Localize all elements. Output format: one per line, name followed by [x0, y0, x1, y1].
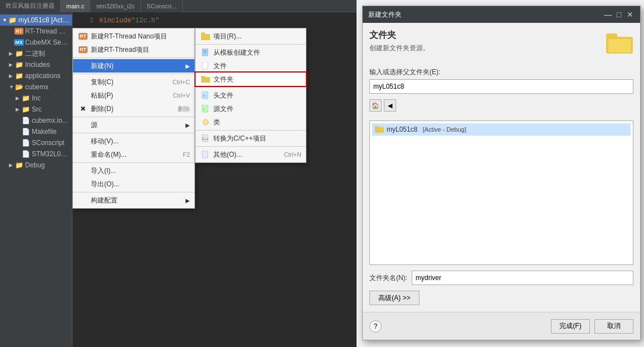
sidebar-item-rtthread-se[interactable]: RT RT-Thread Se...	[0, 26, 72, 37]
sidebar-item-debug[interactable]: ▶ 📁 Debug	[0, 160, 72, 171]
submenu-item-source[interactable]: c 源文件	[196, 102, 306, 115]
file-icon: 📄	[21, 117, 30, 124]
folder-icon: 📁	[14, 161, 23, 169]
cancel-button[interactable]: 取消	[594, 319, 633, 334]
sidebar-item-label: Src	[32, 105, 70, 113]
minimize-button[interactable]: —	[603, 10, 612, 19]
submenu-item-convert[interactable]: C++ 转换为C/C++项目	[196, 132, 306, 145]
tab-file-manager[interactable]: 炸豆风板目注册器	[0, 0, 61, 12]
ide-sidebar: ▼ 📁 myL051c8 [Active - Debug] RT RT-Thre…	[0, 12, 72, 347]
sidebar-item-makefile[interactable]: 📄 Makefile	[0, 126, 72, 137]
filename-input[interactable]	[412, 271, 633, 285]
menu-item-source[interactable]: 源 ▶	[73, 118, 194, 132]
import-icon	[77, 165, 89, 176]
submenu-item-file[interactable]: 文件	[196, 59, 306, 73]
sidebar-item-inc[interactable]: ▶ 📁 Inc	[0, 93, 72, 104]
expand-arrow: ▼	[2, 17, 8, 23]
sidebar-item-sconstruct[interactable]: 📄 SConscript	[0, 137, 72, 148]
menu-divider-3	[73, 117, 194, 117]
svg-rect-5	[202, 62, 208, 69]
sidebar-item-applications[interactable]: ▶ 📁 applications	[0, 70, 72, 81]
folder-icon: 📁	[14, 50, 23, 57]
tab-main-c[interactable]: main.c	[61, 0, 90, 12]
advanced-button[interactable]: 高级(A) >>	[369, 291, 419, 305]
project-icon	[200, 31, 211, 42]
expand-arrow: ▶	[9, 73, 14, 79]
parent-folder-label: 输入或选择父文件夹(E):	[369, 68, 633, 77]
sidebar-item-label: Makefile	[32, 128, 70, 136]
sidebar-item-label: myL051c8 [Active - Debug]	[18, 16, 70, 24]
menu-item-paste[interactable]: 粘贴(P) Ctrl+V	[73, 89, 194, 102]
submenu-divider-4	[196, 146, 306, 147]
menu-divider-5	[73, 162, 194, 163]
dialog-header-subtitle: 创建新文件夹资源。	[369, 44, 600, 53]
folder-open-icon: 📂	[14, 83, 23, 91]
finish-button[interactable]: 完成(F)	[551, 319, 590, 334]
help-button[interactable]: ?	[369, 320, 382, 332]
new-submenu: 项目(R)... 从模板创建文件 文件 文件夹 h 头文件 c 源文件	[195, 28, 306, 163]
menu-item-new[interactable]: 新建(N) ▶	[73, 59, 194, 73]
parent-folder-tree[interactable]: myL051c8 [Active - Debug]	[369, 121, 633, 265]
parent-folder-input[interactable]	[369, 79, 633, 94]
svg-rect-20	[375, 126, 379, 128]
delete-icon: ✖	[77, 103, 89, 114]
tab-sconstruct[interactable]: SConscri...	[141, 0, 183, 12]
sidebar-item-label: 二进制	[25, 49, 70, 59]
nav-back-button[interactable]: ◀	[384, 99, 396, 112]
sidebar-item-label: cubemx	[25, 83, 70, 91]
rt-icon: RT	[77, 44, 89, 55]
menu-item-build-config[interactable]: 构建配置 ▶	[73, 194, 194, 207]
menu-item-new-rt[interactable]: RT 新建RT-Thread项目	[73, 43, 194, 56]
menu-item-copy[interactable]: 复制(C) Ctrl+C	[73, 75, 194, 89]
svg-rect-1	[201, 32, 205, 35]
rt-nano-icon: RT	[77, 31, 89, 42]
expand-arrow: ▶	[9, 162, 14, 168]
sidebar-item-cubemx-folder[interactable]: ▼ 📂 cubemx	[0, 81, 72, 93]
filename-row: 文件夹名(N):	[369, 271, 633, 285]
submenu-item-other[interactable]: 其他(O)... Ctrl+N	[196, 148, 306, 161]
dialog-body: 文件夹 创建新文件夹资源。 输入或选择父文件夹(E): 🏠 ◀	[363, 23, 640, 312]
nav-home-button[interactable]: 🏠	[369, 99, 382, 112]
menu-divider-1	[73, 57, 194, 58]
dialog-footer: ? 完成(F) 取消	[363, 312, 640, 340]
sidebar-item-label: applications	[25, 72, 70, 80]
sidebar-item-label: Includes	[25, 61, 70, 69]
expand-arrow: ▶	[9, 62, 14, 68]
tree-navigation: 🏠 ◀	[369, 99, 633, 112]
svg-rect-18	[608, 39, 631, 52]
svg-text:C++: C++	[202, 137, 209, 141]
sidebar-item-project[interactable]: ▼ 📁 myL051c8 [Active - Debug]	[0, 15, 72, 26]
menu-item-new-rt-nano[interactable]: RT 新建RT-Thread Nano项目	[73, 30, 194, 43]
submenu-item-header[interactable]: h 头文件	[196, 89, 306, 102]
submenu-item-class[interactable]: 类	[196, 115, 306, 129]
menu-item-delete[interactable]: ✖ 删除(D) 删除	[73, 102, 194, 115]
tree-entry-project[interactable]: myL051c8 [Active - Debug]	[372, 123, 631, 136]
dialog-header: 文件夹 创建新文件夹资源。	[369, 30, 633, 57]
sidebar-item-src[interactable]: ▶ 📁 Src	[0, 104, 72, 115]
sidebar-item-label: cubemx.io...	[32, 117, 70, 124]
submenu-arrow: ▶	[186, 197, 190, 204]
sidebar-item-stm32[interactable]: 📄 STM32L05...	[0, 148, 72, 160]
sidebar-item-binary[interactable]: ▶ 📁 二进制	[0, 48, 72, 59]
submenu-divider-1	[196, 44, 306, 45]
sidebar-item-includes[interactable]: ▶ 📁 Includes	[0, 59, 72, 70]
svg-rect-15	[202, 151, 208, 158]
menu-item-move[interactable]: 移动(V)...	[73, 134, 194, 148]
submenu-arrow: ▶	[186, 63, 190, 69]
folder-icon: 📁	[14, 61, 23, 69]
menu-item-import[interactable]: 导入(I)...	[73, 164, 194, 177]
menu-item-rename[interactable]: 重命名(M)... F2	[73, 148, 194, 161]
sidebar-item-cubemx-io[interactable]: 📄 cubemx.io...	[0, 115, 72, 126]
submenu-item-template-file[interactable]: 从模板创建文件	[196, 46, 306, 59]
close-button[interactable]: ✕	[626, 10, 635, 19]
sidebar-item-cubemx[interactable]: MX CubeMX Sett...	[0, 37, 72, 48]
submenu-item-folder[interactable]: 文件夹	[196, 73, 306, 86]
maximize-button[interactable]: □	[614, 10, 623, 19]
ide-tab-bar: 炸豆风板目注册器 main.c stm32l0xx_i2c SConscri..…	[0, 0, 357, 12]
tab-stm32[interactable]: stm32l0xx_i2c	[90, 0, 141, 12]
other-icon	[200, 149, 211, 160]
menu-item-export[interactable]: 导出(O)...	[73, 177, 194, 191]
submenu-item-project[interactable]: 项目(R)...	[196, 30, 306, 43]
sidebar-item-label: CubeMX Sett...	[25, 38, 70, 46]
new-icon	[77, 60, 89, 71]
